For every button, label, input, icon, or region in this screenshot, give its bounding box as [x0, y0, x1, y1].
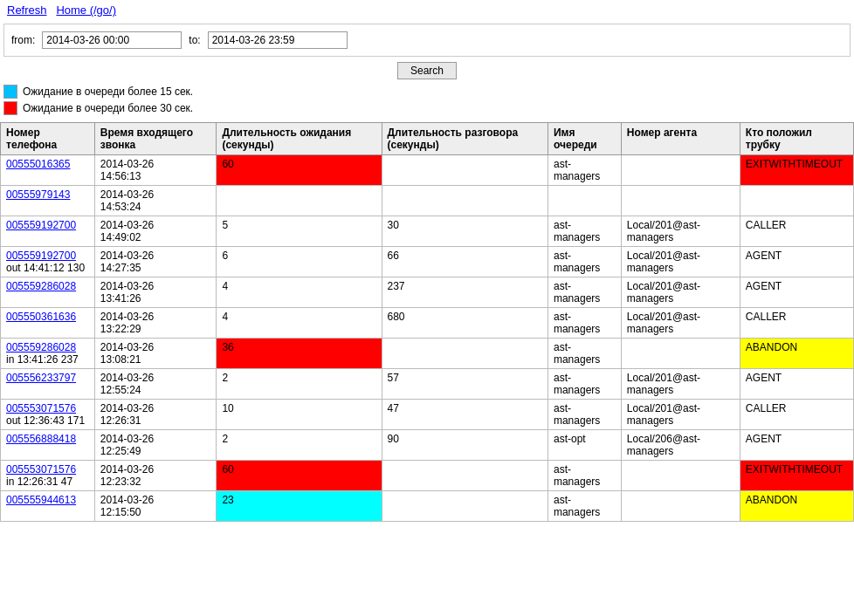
cell-agent	[621, 186, 740, 216]
phone-link[interactable]: 005550361636	[6, 311, 76, 323]
table-row: 005559791432014-03-26 14:53:24	[1, 186, 854, 216]
cell-queue: ast-managers	[548, 339, 621, 369]
cell-time: 2014-03-26 14:27:35	[94, 247, 217, 277]
legend: Ожидание в очереди более 15 сек. Ожидани…	[3, 85, 851, 115]
cell-queue: ast-managers	[548, 247, 621, 277]
table-row: 005550163652014-03-26 14:56:1360ast-mana…	[1, 155, 854, 186]
table-row: 0055568884182014-03-26 12:25:49290ast-op…	[1, 430, 854, 461]
search-bar: from: to:	[3, 24, 851, 57]
legend-box-cyan	[3, 85, 17, 99]
cell-agent: Local/201@ast-managers	[621, 400, 740, 430]
cell-time: 2014-03-26 14:56:13	[94, 155, 217, 186]
cell-queue: ast-managers	[548, 461, 621, 491]
table-row: 0055559446132014-03-26 12:15:5023ast-man…	[1, 491, 854, 522]
cell-wait: 2	[217, 369, 382, 400]
cell-talk: 680	[382, 308, 548, 339]
phone-link[interactable]: 005559192700	[6, 219, 76, 231]
cell-status: AGENT	[740, 430, 853, 461]
phone-extra: in 12:26:31 47	[6, 476, 89, 488]
refresh-link[interactable]: Refresh	[7, 3, 47, 17]
cell-queue: ast-managers	[548, 308, 621, 339]
phone-extra: out 12:36:43 171	[6, 414, 89, 427]
cell-talk: 90	[382, 430, 548, 461]
legend-item-cyan: Ожидание в очереди более 15 сек.	[3, 85, 851, 99]
cell-phone: 005556888418	[1, 430, 95, 461]
phone-link[interactable]: 00555016365	[6, 158, 70, 170]
cell-status: CALLER	[740, 400, 853, 430]
phone-link[interactable]: 005559286028	[6, 341, 76, 353]
th-wait: Длительность ожидания (секунды)	[217, 123, 382, 155]
cell-wait: 60	[217, 155, 382, 186]
table-row: 0055591927002014-03-26 14:49:02530ast-ma…	[1, 216, 854, 247]
legend-box-red	[3, 101, 17, 115]
cell-queue: ast-managers	[548, 400, 621, 430]
cell-agent	[621, 339, 740, 369]
cell-wait: 23	[217, 491, 382, 522]
phone-link[interactable]: 005553071576	[6, 402, 76, 414]
phone-link[interactable]: 005556888418	[6, 433, 76, 445]
cell-phone: 00555016365	[1, 155, 95, 186]
cell-wait: 6	[217, 247, 382, 277]
cell-wait: 60	[217, 461, 382, 491]
phone-link[interactable]: 00555979143	[6, 188, 70, 201]
cell-wait: 36	[217, 339, 382, 369]
cell-time: 2014-03-26 13:22:29	[94, 308, 217, 339]
cell-talk	[382, 491, 548, 522]
cell-time: 2014-03-26 14:49:02	[94, 216, 217, 247]
cell-phone: 005559286028in 13:41:26 237	[1, 339, 95, 369]
cell-time: 2014-03-26 13:08:21	[94, 339, 217, 369]
phone-link[interactable]: 005553071576	[6, 463, 76, 476]
cell-queue: ast-managers	[548, 277, 621, 308]
cell-wait: 5	[217, 216, 382, 247]
cell-status: CALLER	[740, 216, 853, 247]
cell-wait: 4	[217, 308, 382, 339]
cell-phone: 005559192700	[1, 216, 95, 247]
th-talk: Длительность разговора (секунды)	[382, 123, 548, 155]
phone-extra: out 14:41:12 130	[6, 262, 89, 274]
home-link[interactable]: Home (/go/)	[56, 3, 116, 17]
cell-agent: Local/201@ast-managers	[621, 247, 740, 277]
phone-link[interactable]: 005556233797	[6, 372, 76, 384]
cell-time: 2014-03-26 14:53:24	[94, 186, 217, 216]
table-row: 005553071576in 12:26:31 472014-03-26 12:…	[1, 461, 854, 491]
cell-status: ABANDON	[740, 339, 853, 369]
cell-status: CALLER	[740, 308, 853, 339]
cell-queue: ast-opt	[548, 430, 621, 461]
cell-status: EXITWITHTIMEOUT	[740, 155, 853, 186]
cell-wait: 2	[217, 430, 382, 461]
cell-agent: Local/201@ast-managers	[621, 277, 740, 308]
table-header-row: Номер телефона Время входящего звонка Дл…	[1, 123, 854, 155]
cell-queue: ast-managers	[548, 155, 621, 186]
cell-agent: Local/201@ast-managers	[621, 369, 740, 400]
to-input[interactable]	[208, 31, 348, 49]
cell-time: 2014-03-26 12:26:31	[94, 400, 217, 430]
th-agent: Номер агента	[621, 123, 740, 155]
search-button[interactable]: Search	[397, 62, 457, 79]
phone-link[interactable]: 005555944613	[6, 494, 76, 506]
legend-text-red: Ожидание в очереди более 30 сек.	[23, 102, 193, 114]
cell-status: AGENT	[740, 277, 853, 308]
cell-status	[740, 186, 853, 216]
th-queue: Имя очереди	[548, 123, 621, 155]
cell-agent	[621, 491, 740, 522]
cell-queue: ast-managers	[548, 491, 621, 522]
table-row: 0055592860282014-03-26 13:41:264237ast-m…	[1, 277, 854, 308]
phone-link[interactable]: 005559286028	[6, 280, 76, 292]
cell-queue: ast-managers	[548, 369, 621, 400]
table-row: 005553071576out 12:36:43 1712014-03-26 1…	[1, 400, 854, 430]
cell-time: 2014-03-26 13:41:26	[94, 277, 217, 308]
cell-status: AGENT	[740, 247, 853, 277]
cell-talk	[382, 155, 548, 186]
cell-phone: 005555944613	[1, 491, 95, 522]
cell-time: 2014-03-26 12:15:50	[94, 491, 217, 522]
cell-talk: 47	[382, 400, 548, 430]
top-nav: Refresh Home (/go/)	[0, 0, 854, 20]
cell-agent: Local/206@ast-managers	[621, 430, 740, 461]
phone-link[interactable]: 005559192700	[6, 250, 76, 262]
cell-wait: 4	[217, 277, 382, 308]
from-input[interactable]	[42, 31, 182, 49]
cell-time: 2014-03-26 12:23:32	[94, 461, 217, 491]
cell-phone: 005556233797	[1, 369, 95, 400]
cell-talk: 30	[382, 216, 548, 247]
cell-phone: 005550361636	[1, 308, 95, 339]
